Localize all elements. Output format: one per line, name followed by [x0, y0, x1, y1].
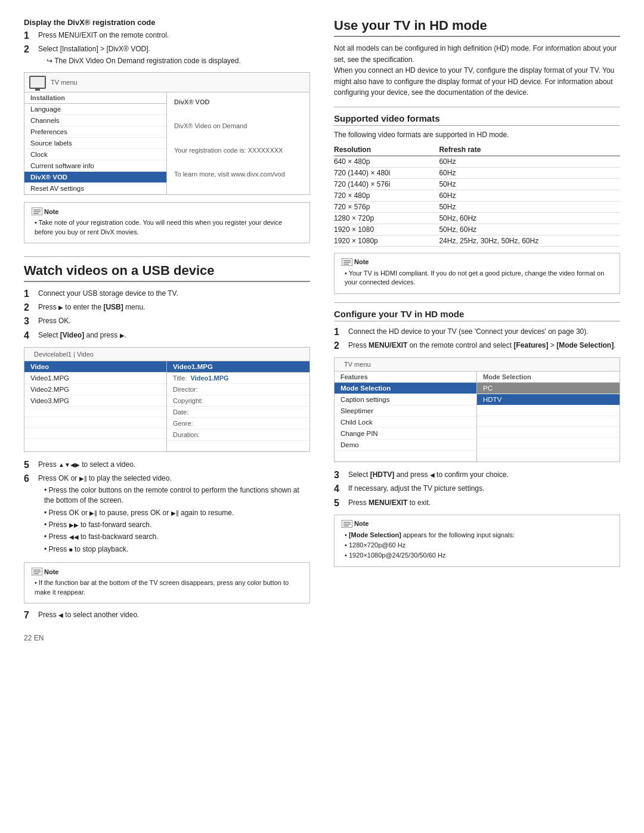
usb-right-duration: Duration: — [167, 429, 309, 441]
page-footer: 22 EN — [24, 634, 310, 642]
hd-note-lines-icon — [342, 258, 352, 266]
configure-steps: 1 Connect the HD device to your TV (see … — [334, 326, 620, 351]
usb-note-lines-icon — [32, 568, 42, 575]
tv-icon — [29, 76, 46, 89]
hd-right-row-hdtv: HDTV — [477, 394, 620, 405]
divx-menu-row-preferences: Preferences — [24, 126, 166, 138]
features-bold: [Features] — [513, 341, 548, 349]
mode-selection-bold: [Mode Selection] — [556, 341, 614, 349]
hd-right-row-empty1 — [477, 405, 620, 416]
divx-step-2: 2 Select [Installation] > [DivX® VOD]. T… — [24, 44, 310, 66]
supported-title: Supported video formats — [334, 113, 620, 126]
formats-row-3: 720 × 480p60Hz — [334, 190, 620, 201]
video-bracket-label: [Video] — [60, 331, 84, 339]
nav-arrows-icon — [58, 460, 80, 469]
hd-menu-label: TV menu — [344, 361, 371, 368]
hd-col-header-mode: Mode Selection — [477, 371, 620, 383]
usb-menu-header: Devicelabel1 | Video — [24, 348, 309, 361]
refresh-cell-6: 50Hz, 60Hz — [439, 224, 620, 235]
divx-steps: 1 Press MENU/EXIT on the remote control.… — [24, 30, 310, 66]
divx-menu-row-vod: DivX® VOD — [24, 172, 166, 183]
usb-row-empty3 — [24, 428, 166, 439]
section-divider-formats — [334, 107, 620, 107]
hd-row-childlock: Child Lock — [335, 417, 476, 428]
config-step-3: 3 Select [HDTV] and press to confirm you… — [334, 469, 620, 481]
usb-step-num-1: 1 — [24, 288, 35, 299]
resolution-cell-2: 720 (1440) × 576i — [334, 178, 439, 190]
usb-step-num-5: 5 — [24, 459, 35, 470]
col-refresh: Refresh rate — [439, 144, 620, 156]
divx-step-1: 1 Press MENU/EXIT on the remote control. — [24, 30, 310, 41]
hd-menu-content: Features Mode Selection Caption settings… — [335, 371, 620, 462]
hd-right-row-empty4 — [477, 438, 620, 448]
formats-row-0: 640 × 480p60Hz — [334, 156, 620, 167]
usb-bracket-label: [USB] — [103, 303, 123, 311]
usb-menu-content: Video Video1.MPG Video2.MPG Video3.MPG V… — [24, 361, 309, 451]
usb-row-video: Video — [24, 361, 166, 373]
hd-right-row-empty3 — [477, 427, 620, 438]
config-step-num-5: 5 — [334, 497, 345, 509]
usb-step-content-6: Press OK or to play the selected video. … — [38, 473, 310, 556]
resolution-cell-0: 640 × 480p — [334, 156, 439, 167]
play-pause-icon-3 — [171, 509, 179, 517]
usb-bullet-4: Press to fast-backward search. — [44, 532, 310, 542]
usb-step-content-5: Press to select a video. — [38, 459, 310, 470]
hd-row-changepin: Change PIN — [335, 428, 476, 439]
hd-note-icon-wrapper: Note — [342, 258, 369, 266]
hd-row-caption: Caption settings — [335, 394, 476, 405]
hd-row-mode-selection: Mode Selection — [335, 383, 476, 394]
hd-note-label: Note — [354, 258, 369, 265]
resolution-cell-3: 720 × 480p — [334, 190, 439, 201]
usb-step-1: 1 Connect your USB storage device to the… — [24, 288, 310, 299]
hd-note-item-1: Your TV is HDMI compliant. If you do not… — [345, 269, 612, 287]
divx-menu-row-language: Language — [24, 104, 166, 115]
divx-note-item-1: Take note of your registration code. You… — [35, 218, 302, 237]
usb-note-box: Note If the function bar at the bottom o… — [24, 562, 310, 603]
hd-note-list-2: [Mode Selection] appears for the followi… — [342, 531, 612, 561]
divx-menu-row-reset: Reset AV settings — [24, 183, 166, 194]
refresh-cell-7: 24Hz, 25Hz, 30Hz, 50Hz, 60Hz — [439, 235, 620, 246]
divx-right-line1: DivX® Video on Demand — [174, 121, 302, 132]
play-pause-icon — [79, 474, 87, 482]
stop-icon — [69, 545, 73, 553]
step-2-text: Select [Installation] > [DivX® VOD]. — [38, 45, 150, 53]
hd-row-empty — [335, 451, 476, 462]
hd-note4-item-2: 1280×720p@60 Hz — [345, 541, 612, 550]
usb-note-header: Note — [32, 568, 302, 575]
usb-steps-after: 5 Press to select a video. 6 Press OK or… — [24, 459, 310, 557]
config-step-2: 2 Press MENU/EXIT on the remote control … — [334, 340, 620, 351]
usb-note-item-1: If the function bar at the bottom of the… — [35, 578, 302, 597]
hd-note4-item-1: [Mode Selection] appears for the followi… — [345, 531, 612, 540]
formats-row-7: 1920 × 1080p24Hz, 25Hz, 30Hz, 50Hz, 60Hz — [334, 235, 620, 246]
usb-step-content-1: Connect your USB storage device to the T… — [38, 288, 310, 299]
hd-row-demo: Demo — [335, 439, 476, 451]
usb-step-3: 3 Press OK. — [24, 315, 310, 327]
usb-right-title: Title: Video1.MPG — [167, 373, 309, 384]
menu-exit-bold-2: MENU/EXIT — [369, 498, 407, 507]
mode-selection-bold-2: [Mode Selection] — [349, 531, 401, 538]
section-divider-usb — [24, 256, 310, 257]
divx-learn-more: To learn more, visit www.divx.com/vod — [174, 169, 302, 180]
config-step-num-4: 4 — [334, 483, 345, 494]
usb-step-7: 7 Press to select another video. — [24, 609, 310, 621]
usb-right-date: Date: — [167, 407, 309, 418]
hd-note-header: Note — [342, 258, 612, 266]
refresh-cell-0: 60Hz — [439, 156, 620, 167]
hdtv-bold: [HDTV] — [370, 470, 395, 479]
divx-reg-code: Your registration code is: XXXXXXXX — [174, 145, 302, 156]
usb-section: Watch videos on a USB device 1 Connect y… — [24, 263, 310, 621]
triangle-left-icon-2 — [430, 470, 435, 479]
refresh-cell-2: 50Hz — [439, 178, 620, 190]
usb-step-5: 5 Press to select a video. — [24, 459, 310, 470]
divx-menu-content: Installation Language Channels Preferenc… — [24, 92, 309, 194]
usb-row-video2: Video2.MPG — [24, 384, 166, 395]
resolution-cell-4: 720 × 576p — [334, 201, 439, 212]
hd-right-row-empty2 — [477, 416, 620, 427]
refresh-cell-5: 50Hz, 60Hz — [439, 212, 620, 224]
hd-note-icon-wrapper-2: Note — [342, 520, 369, 528]
formats-row-5: 1280 × 720p50Hz, 60Hz — [334, 212, 620, 224]
usb-step-num-6: 6 — [24, 473, 35, 484]
usb-step-content-2: Press to enter the [USB] menu. — [38, 302, 310, 312]
usb-step-2: 2 Press to enter the [USB] menu. — [24, 302, 310, 313]
config-step-content-3: Select [HDTV] and press to confirm your … — [348, 469, 620, 480]
